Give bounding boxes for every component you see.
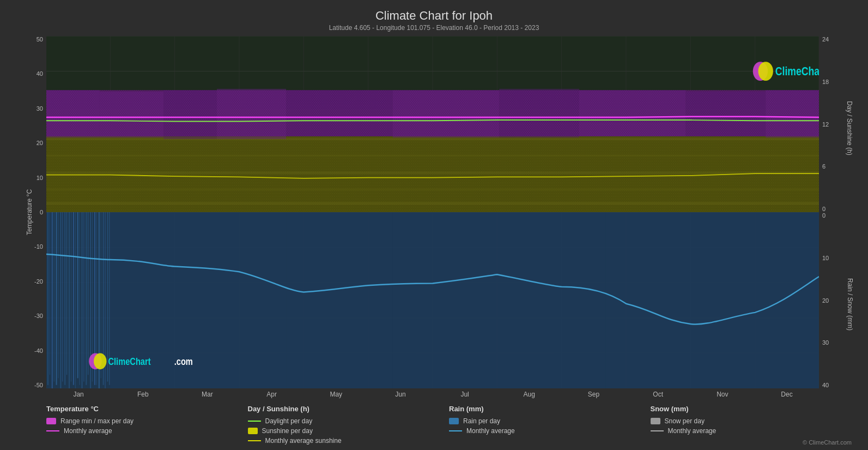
svg-rect-79 <box>100 92 163 137</box>
y-tick-50: 50 <box>37 36 43 43</box>
svg-rect-34 <box>50 212 50 375</box>
svg-rect-35 <box>52 212 53 388</box>
legend-rain-avg: Monthly average <box>449 427 651 435</box>
legend-temp-range: Range min / max per day <box>46 417 248 425</box>
rain-avg-line <box>449 430 462 431</box>
x-month-may: May <box>304 391 368 398</box>
y-tick-0: 0 <box>40 209 43 215</box>
main-title: Climate Chart for Ipoh <box>16 9 852 23</box>
y-axis-right: 24 18 12 6 0 Day / Sunshine (h) 0 10 20 … <box>819 36 852 388</box>
legend-sunshine-avg-label: Monthly average sunshine <box>265 437 342 445</box>
svg-rect-48 <box>80 212 80 385</box>
svg-rect-84 <box>499 89 579 137</box>
legend-snow-avg: Monthly average <box>651 427 852 435</box>
y-tick--20: -20 <box>34 278 43 285</box>
svg-rect-78 <box>46 90 100 137</box>
svg-rect-51 <box>86 212 87 385</box>
legend-rain-title: Rain (mm) <box>449 405 651 413</box>
y-right-0bot: 0 <box>822 212 825 219</box>
y-right-12: 12 <box>822 121 829 128</box>
temp-range-swatch <box>46 418 56 424</box>
legend-temp-avg: Monthly average <box>46 427 248 435</box>
x-month-mar: Mar <box>175 391 239 398</box>
svg-rect-45 <box>73 212 74 385</box>
y-tick-10: 10 <box>37 175 43 181</box>
x-month-apr: Apr <box>240 391 304 398</box>
svg-rect-64 <box>286 212 393 388</box>
y-tick-40: 40 <box>37 70 43 77</box>
svg-point-94 <box>94 353 106 369</box>
snow-swatch <box>651 418 660 424</box>
legend-sunshine-title: Day / Sunshine (h) <box>248 405 450 413</box>
legend-snow-avg-label: Monthly average <box>668 427 717 435</box>
rain-swatch <box>449 418 459 424</box>
y-tick-20: 20 <box>37 140 43 146</box>
y-right-30: 30 <box>822 339 829 346</box>
x-month-sep: Sep <box>561 391 626 398</box>
legend-sunshine-avg: Monthly average sunshine <box>248 437 450 445</box>
y-axis-left: Temperature °C 50 40 30 20 10 0 -10 -20 … <box>16 36 46 388</box>
y-right-40: 40 <box>822 382 829 388</box>
legend-sunshine-swatch: Sunshine per day <box>248 427 450 435</box>
y-tick--50: -50 <box>34 382 43 388</box>
y-axis-left-label: Temperature °C <box>26 189 33 235</box>
legend-temp-title: Temperature °C <box>46 405 248 413</box>
svg-rect-52 <box>88 212 88 375</box>
chart-svg: ClimeChart .com .com ClimeChart .com <box>46 36 819 388</box>
sunshine-avg-line <box>248 440 261 441</box>
x-month-feb: Feb <box>111 391 175 398</box>
svg-rect-66 <box>606 212 819 388</box>
svg-rect-44 <box>71 212 71 382</box>
x-month-nov: Nov <box>690 391 755 398</box>
svg-rect-43 <box>69 212 70 388</box>
svg-point-89 <box>758 62 773 81</box>
chart-body: ClimeChart .com .com ClimeChart .com <box>46 36 819 388</box>
y-tick--40: -40 <box>34 347 43 354</box>
legend-snow-title: Snow (mm) <box>651 405 852 413</box>
svg-rect-83 <box>393 90 500 137</box>
svg-text:.com: .com <box>174 356 193 367</box>
legend-rain-per-day-label: Rain per day <box>463 417 500 425</box>
y-right-bottom-label: Rain / Snow (mm) <box>846 278 854 330</box>
legend-snow-per-day-label: Snow per day <box>665 417 705 425</box>
svg-rect-80 <box>163 90 217 139</box>
copyright: © ClimeChart.com <box>803 439 852 446</box>
legend-sunshine: Day / Sunshine (h) Daylight per day Suns… <box>248 405 450 445</box>
subtitle: Latitude 4.605 - Longitude 101.075 - Ele… <box>16 24 852 32</box>
y-right-0top: 0 <box>822 206 825 212</box>
svg-rect-85 <box>579 90 686 136</box>
page-container: Climate Chart for Ipoh Latitude 4.605 - … <box>0 0 868 450</box>
x-month-oct: Oct <box>626 391 690 398</box>
x-month-dec: Dec <box>755 391 819 398</box>
legend-area: Temperature °C Range min / max per day M… <box>16 400 852 445</box>
legend-temp-range-label: Range min / max per day <box>60 417 133 425</box>
y-tick-30: 30 <box>37 105 43 112</box>
chart-area: Temperature °C 50 40 30 20 10 0 -10 -20 … <box>16 36 852 388</box>
x-month-jul: Jul <box>433 391 497 398</box>
legend-sunshine-per-day-label: Sunshine per day <box>262 427 313 435</box>
svg-rect-37 <box>56 212 57 385</box>
y-right-18: 18 <box>822 79 829 85</box>
svg-rect-33 <box>47 212 48 385</box>
svg-text:ClimeChart: ClimeChart <box>108 356 151 367</box>
legend-rain-per-day: Rain per day <box>449 417 651 425</box>
legend-snow-per-day: Snow per day <box>651 417 852 425</box>
y-right-24: 24 <box>822 36 829 43</box>
y-right-20: 20 <box>822 297 829 304</box>
legend-temp-avg-label: Monthly average <box>64 427 112 435</box>
legend-daylight: Daylight per day <box>248 417 450 425</box>
svg-rect-40 <box>62 212 63 382</box>
x-month-jun: Jun <box>368 391 433 398</box>
sunshine-swatch <box>248 428 258 434</box>
svg-rect-81 <box>217 89 286 139</box>
legend-rain: Rain (mm) Rain per day Monthly average <box>449 405 651 445</box>
header: Climate Chart for Ipoh Latitude 4.605 - … <box>16 5 852 33</box>
legend-rain-avg-label: Monthly average <box>466 427 515 435</box>
legend-daylight-label: Daylight per day <box>265 417 313 425</box>
svg-rect-65 <box>393 212 606 388</box>
y-right-10: 10 <box>822 255 829 261</box>
svg-rect-86 <box>686 92 766 136</box>
svg-rect-49 <box>82 212 83 388</box>
daylight-line <box>248 421 261 422</box>
legend-temperature: Temperature °C Range min / max per day M… <box>46 405 248 445</box>
